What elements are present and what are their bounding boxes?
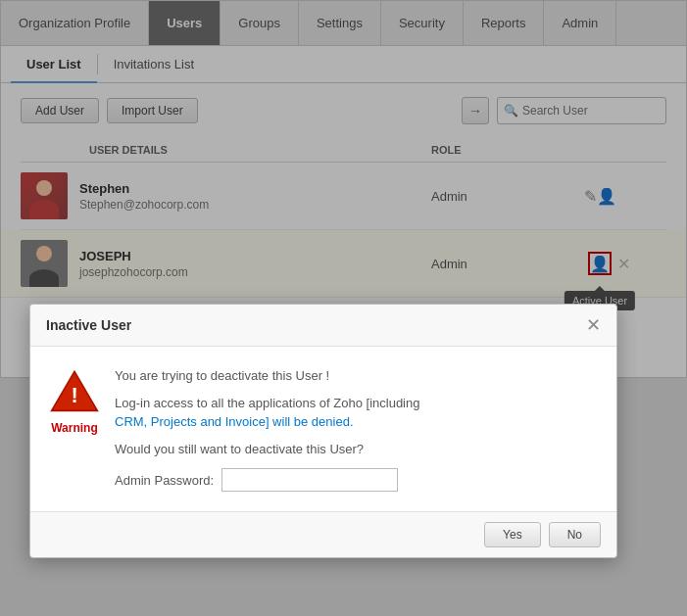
modal-title: Inactive User	[46, 317, 131, 333]
svg-text:!: !	[71, 383, 77, 407]
yes-button[interactable]: Yes	[484, 522, 541, 547]
modal-header: Inactive User ✕	[30, 305, 616, 347]
admin-password-input[interactable]	[221, 468, 398, 492]
modal-footer: Yes No	[30, 511, 616, 557]
modal-message-3: Would you still want to deactivate this …	[115, 440, 597, 459]
password-label: Admin Password:	[115, 473, 214, 488]
inactive-user-modal: Inactive User ✕ ! Warning You are trying…	[29, 304, 617, 558]
modal-content: You are trying to deactivate this User !…	[115, 366, 597, 492]
modal-body: ! Warning You are trying to deactivate t…	[30, 347, 616, 511]
warning-icon-area: ! Warning	[50, 366, 99, 492]
modal-message-2-part1: Log-in access to all the applications of…	[115, 396, 419, 410]
modal-message-2: Log-in access to all the applications of…	[115, 394, 597, 432]
no-button[interactable]: No	[549, 522, 601, 547]
password-row: Admin Password:	[115, 468, 597, 492]
modal-close-button[interactable]: ✕	[586, 316, 601, 334]
modal-message-1: You are trying to deactivate this User !	[115, 366, 597, 386]
warning-label: Warning	[51, 421, 98, 435]
modal-message-2-part2: CRM, Projects and Invoice] will be denie…	[115, 414, 354, 429]
warning-icon: !	[50, 366, 99, 415]
